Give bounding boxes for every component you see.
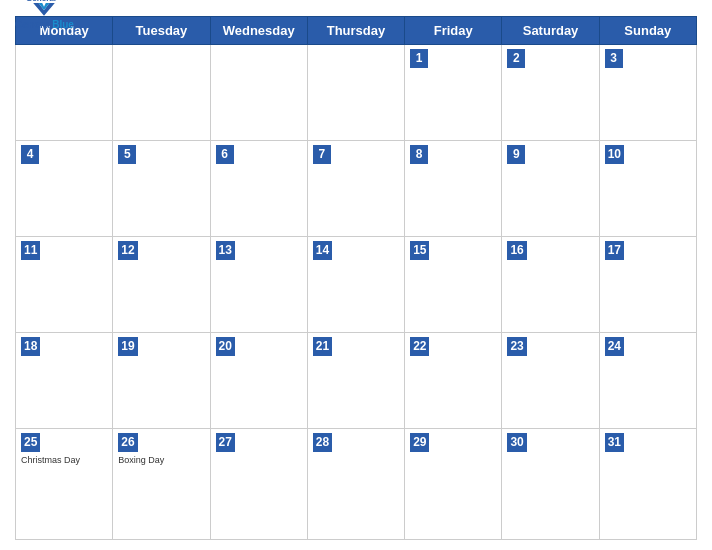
calendar-cell: 7 [307, 141, 404, 237]
calendar-cell [113, 45, 210, 141]
day-number: 12 [118, 241, 137, 260]
day-number: 24 [605, 337, 624, 356]
week-row-1: 123 [16, 45, 697, 141]
calendar-cell: 11 [16, 237, 113, 333]
calendar-cell: 13 [210, 237, 307, 333]
day-number: 29 [410, 433, 429, 452]
weekday-header-saturday: Saturday [502, 17, 599, 45]
calendar-cell: 20 [210, 333, 307, 429]
day-number: 10 [605, 145, 624, 164]
calendar-cell: 29 [405, 429, 502, 540]
day-number: 18 [21, 337, 40, 356]
day-number: 26 [118, 433, 137, 452]
week-row-2: 45678910 [16, 141, 697, 237]
weekday-header-thursday: Thursday [307, 17, 404, 45]
calendar-cell: 21 [307, 333, 404, 429]
day-number: 20 [216, 337, 235, 356]
weekday-header-row: MondayTuesdayWednesdayThursdayFridaySatu… [16, 17, 697, 45]
day-number: 17 [605, 241, 624, 260]
calendar-cell: 24 [599, 333, 696, 429]
logo: General GeneralBlue [15, 0, 74, 31]
calendar-cell: 5 [113, 141, 210, 237]
logo-text: GeneralBlue [15, 19, 74, 31]
day-number: 28 [313, 433, 332, 452]
day-number: 7 [313, 145, 331, 164]
day-number: 3 [605, 49, 623, 68]
day-number: 6 [216, 145, 234, 164]
weekday-header-tuesday: Tuesday [113, 17, 210, 45]
calendar-table: MondayTuesdayWednesdayThursdayFridaySatu… [15, 16, 697, 540]
day-number: 14 [313, 241, 332, 260]
day-number: 27 [216, 433, 235, 452]
calendar-cell: 22 [405, 333, 502, 429]
day-number: 22 [410, 337, 429, 356]
calendar-cell: 14 [307, 237, 404, 333]
calendar-cell: 30 [502, 429, 599, 540]
week-row-4: 18192021222324 [16, 333, 697, 429]
day-number: 21 [313, 337, 332, 356]
day-number: 4 [21, 145, 39, 164]
calendar-cell [210, 45, 307, 141]
calendar-cell: 31 [599, 429, 696, 540]
calendar-cell: 15 [405, 237, 502, 333]
calendar-cell: 4 [16, 141, 113, 237]
weekday-header-wednesday: Wednesday [210, 17, 307, 45]
calendar-cell: 8 [405, 141, 502, 237]
calendar-cell: 28 [307, 429, 404, 540]
day-number: 1 [410, 49, 428, 68]
calendar-cell: 18 [16, 333, 113, 429]
day-number: 25 [21, 433, 40, 452]
calendar-cell [16, 45, 113, 141]
calendar-cell: 3 [599, 45, 696, 141]
week-row-5: 25Christmas Day26Boxing Day2728293031 [16, 429, 697, 540]
weekday-header-sunday: Sunday [599, 17, 696, 45]
day-number: 16 [507, 241, 526, 260]
calendar-cell: 2 [502, 45, 599, 141]
day-number: 11 [21, 241, 40, 260]
calendar-cell: 1 [405, 45, 502, 141]
calendar-cell: 10 [599, 141, 696, 237]
day-number: 13 [216, 241, 235, 260]
calendar-event: Boxing Day [118, 455, 204, 465]
calendar-cell: 6 [210, 141, 307, 237]
week-row-3: 11121314151617 [16, 237, 697, 333]
calendar-cell [307, 45, 404, 141]
calendar-cell: 16 [502, 237, 599, 333]
day-number: 9 [507, 145, 525, 164]
day-number: 5 [118, 145, 136, 164]
calendar-cell: 26Boxing Day [113, 429, 210, 540]
day-number: 30 [507, 433, 526, 452]
weekday-header-friday: Friday [405, 17, 502, 45]
calendar-cell: 12 [113, 237, 210, 333]
calendar-cell: 19 [113, 333, 210, 429]
calendar-cell: 23 [502, 333, 599, 429]
calendar-cell: 25Christmas Day [16, 429, 113, 540]
day-number: 23 [507, 337, 526, 356]
day-number: 8 [410, 145, 428, 164]
svg-text:General: General [26, 0, 56, 3]
calendar-event: Christmas Day [21, 455, 107, 465]
calendar-cell: 17 [599, 237, 696, 333]
day-number: 2 [507, 49, 525, 68]
calendar-cell: 9 [502, 141, 599, 237]
day-number: 19 [118, 337, 137, 356]
day-number: 15 [410, 241, 429, 260]
day-number: 31 [605, 433, 624, 452]
calendar-cell: 27 [210, 429, 307, 540]
